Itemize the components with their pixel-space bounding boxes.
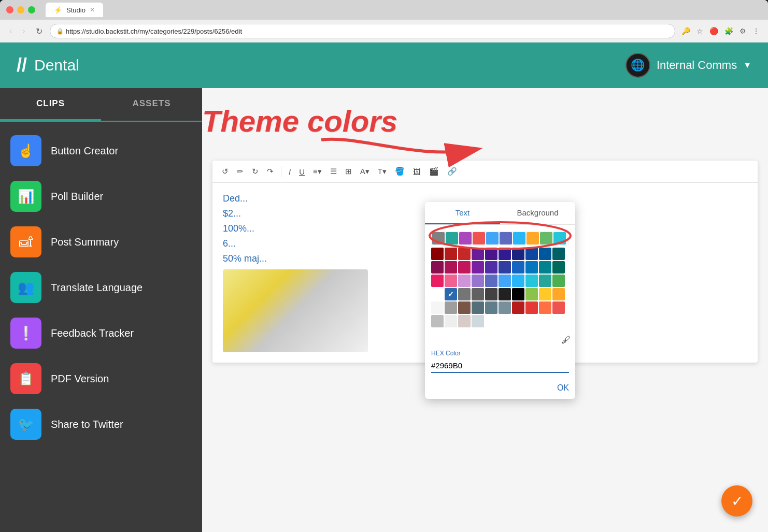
video-btn[interactable]: 🎬: [426, 165, 442, 178]
reload-button[interactable]: ↻: [33, 24, 46, 38]
ok-button[interactable]: OK: [557, 383, 569, 393]
color-swatch[interactable]: [458, 275, 471, 287]
address-bar[interactable]: 🔒 https://studio.backstit.ch/my/categori…: [50, 24, 675, 38]
color-swatch[interactable]: [458, 301, 471, 314]
minimize-button[interactable]: [17, 6, 24, 13]
hex-input[interactable]: [431, 359, 569, 373]
color-swatch[interactable]: [486, 232, 499, 245]
color-swatch[interactable]: [513, 232, 525, 245]
color-swatch[interactable]: [512, 301, 524, 314]
color-swatch[interactable]: [512, 261, 524, 274]
color-swatch[interactable]: [552, 288, 565, 300]
color-swatch[interactable]: [445, 275, 457, 287]
color-swatch[interactable]: [485, 301, 497, 314]
sidebar-item-feedback-tracker[interactable]: ❕ Feedback Tracker: [0, 310, 202, 356]
color-swatch[interactable]: [485, 248, 497, 260]
color-swatch[interactable]: [553, 232, 566, 245]
undo-btn[interactable]: ↺: [219, 165, 232, 178]
color-swatch[interactable]: [445, 301, 457, 314]
italic-btn[interactable]: I: [286, 165, 294, 178]
color-swatch[interactable]: [431, 301, 444, 314]
align-btn[interactable]: ≡▾: [310, 165, 325, 178]
color-swatch[interactable]: [540, 232, 552, 245]
color-swatch[interactable]: [445, 261, 457, 274]
sidebar-item-share-twitter[interactable]: 🐦 Share to Twitter: [0, 401, 202, 447]
sidebar-tab-clips[interactable]: CLIPS: [0, 88, 101, 121]
link-btn[interactable]: 🔗: [444, 165, 460, 178]
color-swatch[interactable]: [512, 288, 524, 300]
close-button[interactable]: [6, 6, 13, 13]
color-swatch[interactable]: [499, 301, 511, 314]
sidebar-item-translate-language[interactable]: 👥 Translate Language: [0, 265, 202, 310]
color-swatch[interactable]: [500, 232, 512, 245]
cp-tab-background[interactable]: Background: [500, 202, 575, 224]
color-swatch[interactable]: [552, 301, 565, 314]
font-size-btn[interactable]: T▾: [375, 165, 390, 178]
color-swatch[interactable]: [432, 232, 445, 245]
star-icon[interactable]: ☆: [694, 26, 705, 36]
redo2-btn[interactable]: ↷: [264, 165, 277, 178]
color-swatch[interactable]: [499, 248, 511, 260]
paint-btn[interactable]: 🪣: [392, 165, 408, 178]
back-button[interactable]: ‹: [6, 24, 15, 38]
color-swatch[interactable]: [458, 315, 471, 327]
color-swatch[interactable]: [472, 301, 484, 314]
color-swatch[interactable]: [485, 275, 497, 287]
color-swatch[interactable]: [431, 261, 444, 274]
color-swatch[interactable]: [472, 261, 484, 274]
color-swatch[interactable]: [512, 248, 524, 260]
color-swatch[interactable]: [525, 261, 538, 274]
color-swatch[interactable]: [472, 315, 484, 327]
color-swatch[interactable]: [446, 232, 458, 245]
color-swatch[interactable]: [445, 248, 457, 260]
color-swatch[interactable]: [552, 275, 565, 287]
color-swatch[interactable]: [499, 288, 511, 300]
color-swatch[interactable]: [525, 275, 538, 287]
color-swatch[interactable]: [525, 301, 538, 314]
color-swatch[interactable]: [552, 248, 565, 260]
eyedropper-button[interactable]: 🖋: [562, 335, 571, 346]
sidebar-item-poll-builder[interactable]: 📊 Poll Builder: [0, 174, 202, 219]
color-swatch[interactable]: [552, 261, 565, 274]
color-swatch[interactable]: [431, 315, 444, 327]
color-swatch[interactable]: [539, 261, 551, 274]
image-btn[interactable]: 🖼: [410, 165, 424, 178]
color-swatch[interactable]: [458, 261, 471, 274]
fab-button[interactable]: ✓: [721, 485, 752, 516]
color-swatch[interactable]: [473, 232, 485, 245]
sidebar-item-post-summary[interactable]: 🛋 Post Summary: [0, 219, 202, 265]
color-swatch[interactable]: [431, 248, 444, 260]
user-dropdown-icon[interactable]: ▼: [743, 61, 751, 70]
settings-icon[interactable]: ⚙: [737, 26, 748, 36]
redo-btn[interactable]: ↻: [249, 165, 262, 178]
color-swatch[interactable]: [499, 275, 511, 287]
color-swatch[interactable]: [485, 288, 497, 300]
color-swatch[interactable]: [539, 301, 551, 314]
cp-tab-text[interactable]: Text: [425, 202, 500, 224]
sidebar-item-pdf-version[interactable]: 📋 PDF Version: [0, 356, 202, 401]
sidebar-tab-assets[interactable]: ASSETS: [101, 88, 202, 121]
color-swatch[interactable]: [525, 248, 538, 260]
menu-icon[interactable]: ⋮: [750, 26, 762, 36]
color-swatch-selected[interactable]: [445, 288, 457, 300]
color-swatch[interactable]: [539, 248, 551, 260]
color-swatch[interactable]: [431, 275, 444, 287]
color-swatch[interactable]: [458, 248, 471, 260]
color-swatch[interactable]: [472, 275, 484, 287]
color-swatch[interactable]: [539, 288, 551, 300]
color-swatch[interactable]: [499, 261, 511, 274]
color-swatch[interactable]: [539, 275, 551, 287]
forward-button[interactable]: ›: [19, 24, 28, 38]
indent-btn[interactable]: ☰: [327, 165, 340, 178]
color-swatch[interactable]: [472, 288, 484, 300]
color-swatch[interactable]: [472, 248, 484, 260]
color-swatch[interactable]: [512, 275, 524, 287]
pencil-btn[interactable]: ✏: [234, 165, 247, 178]
color-swatch[interactable]: [459, 232, 472, 245]
color-swatch[interactable]: [445, 315, 457, 327]
browser-tab[interactable]: ⚡ Studio ✕: [46, 3, 103, 17]
color-swatch[interactable]: [458, 288, 471, 300]
underline-btn[interactable]: U: [296, 165, 308, 178]
list-btn[interactable]: ⊞: [342, 165, 355, 178]
sidebar-item-button-creator[interactable]: ☝ Button Creator: [0, 128, 202, 174]
